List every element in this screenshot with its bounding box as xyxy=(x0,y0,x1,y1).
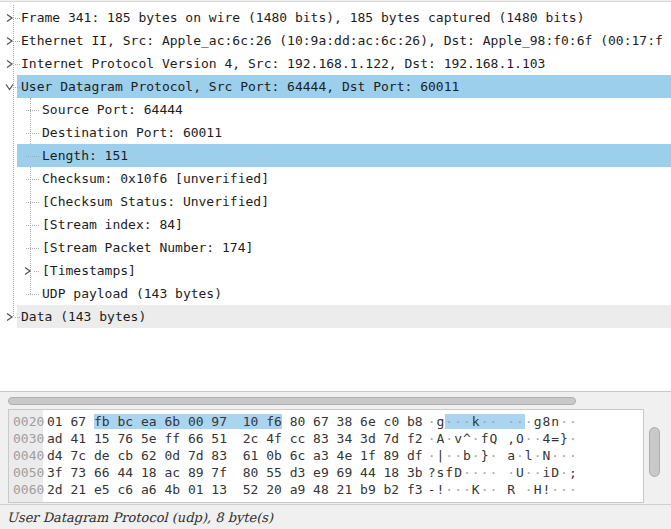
hex-row[interactable]: 0050 3f 73 66 44 18 ac 89 7f 80 55 d3 e9… xyxy=(9,464,643,481)
hex-bytes[interactable]: d4 7c de cb 62 0d 7d 83 61 0b 6c a3 4e 1… xyxy=(47,448,423,463)
tree-row-checksum[interactable]: Checksum: 0x10f6 [unverified] xyxy=(0,167,671,190)
hex-offset: 0040 xyxy=(9,448,47,463)
tree-row-label: [Timestamps] xyxy=(42,263,136,278)
hex-bytes-pre: 01 67 xyxy=(47,414,94,429)
ascii-pre: ?sfD···· ·U··iD·; xyxy=(428,465,578,480)
hex-bytes[interactable]: 01 67 fb bc ea 6b 00 97 10 f6 80 67 38 6… xyxy=(47,414,423,429)
hex-dump-pane: 0020 01 67 fb bc ea 6b 00 97 10 f6 80 67… xyxy=(8,409,644,503)
tree-row-timestamps[interactable]: [Timestamps] xyxy=(0,259,671,282)
tree-row-stream-packet-number[interactable]: [Stream Packet Number: 174] xyxy=(0,236,671,259)
tree-row-label: [Stream Packet Number: 174] xyxy=(42,240,253,255)
ascii-pre: ·g xyxy=(428,414,446,429)
hex-ascii[interactable]: ·A·v^·fQ ,O··4=}· xyxy=(428,431,578,446)
hex-bytes-pre: 3f 73 66 44 18 ac 89 7f 80 55 d3 e9 69 4… xyxy=(47,465,423,480)
tree-row-label: Internet Protocol Version 4, Src: 192.16… xyxy=(21,56,545,71)
hex-ascii[interactable]: ·|··b·}· a·l·N··· xyxy=(428,448,578,463)
tree-row-label: Source Port: 64444 xyxy=(42,102,183,117)
tree-row-ip[interactable]: Internet Protocol Version 4, Src: 192.16… xyxy=(0,52,671,75)
hex-offset: 0020 xyxy=(9,414,47,429)
hex-bytes[interactable]: 3f 73 66 44 18 ac 89 7f 80 55 d3 e9 69 4… xyxy=(47,465,423,480)
tree-row-label: Frame 341: 185 bytes on wire (1480 bits)… xyxy=(21,10,585,25)
tree-row-src-port[interactable]: Source Port: 64444 xyxy=(0,98,671,121)
tree-row-label: Destination Port: 60011 xyxy=(42,125,222,140)
tree-row-label: [Checksum Status: Unverified] xyxy=(42,194,269,209)
ascii-selected: ···k·· ·· xyxy=(445,414,524,429)
tree-row-frame[interactable]: Frame 341: 185 bytes on wire (1480 bits)… xyxy=(0,6,671,29)
hex-row[interactable]: 0060 2d 21 e5 c6 a6 4b 01 13 52 20 a9 48… xyxy=(9,481,643,498)
horizontal-scrollbar-thumb[interactable] xyxy=(8,397,576,405)
ascii-pre: ·A·v^·fQ ,O··4=}· xyxy=(428,431,578,446)
chevron-right-icon[interactable] xyxy=(22,265,33,276)
hex-rows: 0020 01 67 fb bc ea 6b 00 97 10 f6 80 67… xyxy=(9,410,643,498)
hex-bytes-post: 80 67 38 6e c0 b8 xyxy=(282,414,423,429)
tree-row-label: [Stream index: 84] xyxy=(42,217,183,232)
ascii-pre: -!···K·· R ·H!··· xyxy=(428,482,578,497)
tree-row-label: Checksum: 0x10f6 [unverified] xyxy=(42,171,269,186)
tree-row-label: Ethernet II, Src: Apple_ac:6c:26 (10:9a:… xyxy=(21,33,663,48)
hex-offset: 0050 xyxy=(9,465,47,480)
tree-row-label: User Datagram Protocol, Src Port: 64444,… xyxy=(21,79,459,94)
hex-bytes[interactable]: 2d 21 e5 c6 a6 4b 01 13 52 20 a9 48 21 b… xyxy=(47,482,423,497)
hex-bytes-pre: ad 41 15 76 5e ff 66 51 2c 4f cc 83 34 3… xyxy=(47,431,423,446)
packet-details-pane: Frame 341: 185 bytes on wire (1480 bits)… xyxy=(0,1,671,392)
status-bar: User Datagram Protocol (udp), 8 byte(s) xyxy=(0,504,671,529)
hex-ascii[interactable]: ?sfD···· ·U··iD·; xyxy=(428,465,578,480)
hex-offset: 0060 xyxy=(9,482,47,497)
chevron-right-icon[interactable] xyxy=(4,35,15,46)
hex-bytes-pre: d4 7c de cb 62 0d 7d 83 61 0b 6c a3 4e 1… xyxy=(47,448,423,463)
hex-bytes-pre: 2d 21 e5 c6 a6 4b 01 13 52 20 a9 48 21 b… xyxy=(47,482,423,497)
tree-row-stream-index[interactable]: [Stream index: 84] xyxy=(0,213,671,236)
tree-row-udp-payload[interactable]: UDP payload (143 bytes) xyxy=(0,282,671,305)
tree-row-label: Data (143 bytes) xyxy=(21,309,146,324)
ascii-pre: ·|··b·}· a·l·N··· xyxy=(428,448,578,463)
tree-row-dst-port[interactable]: Destination Port: 60011 xyxy=(0,121,671,144)
tree-row-checksum-status[interactable]: [Checksum Status: Unverified] xyxy=(0,190,671,213)
tree-row-data[interactable]: Data (143 bytes) xyxy=(0,305,671,328)
tree-row-label: Length: 151 xyxy=(42,148,128,163)
hex-row[interactable]: 0020 01 67 fb bc ea 6b 00 97 10 f6 80 67… xyxy=(9,413,643,430)
status-bar-field-info: User Datagram Protocol (udp), 8 byte(s) xyxy=(7,510,273,525)
tree-row-label: UDP payload (143 bytes) xyxy=(42,286,222,301)
hex-ascii[interactable]: -!···K·· R ·H!··· xyxy=(428,482,578,497)
chevron-down-icon[interactable] xyxy=(4,81,15,92)
hex-ascii[interactable]: ·g···k·· ···g8n·· xyxy=(428,414,578,429)
ascii-post: ·g8n·· xyxy=(525,414,578,429)
hex-bytes[interactable]: ad 41 15 76 5e ff 66 51 2c 4f cc 83 34 3… xyxy=(47,431,423,446)
chevron-right-icon[interactable] xyxy=(4,311,15,322)
hex-row[interactable]: 0030 ad 41 15 76 5e ff 66 51 2c 4f cc 83… xyxy=(9,430,643,447)
vertical-scrollbar-thumb[interactable] xyxy=(649,427,660,477)
tree-rows: Frame 341: 185 bytes on wire (1480 bits)… xyxy=(0,6,671,328)
chevron-right-icon[interactable] xyxy=(4,12,15,23)
hex-offset: 0030 xyxy=(9,431,47,446)
hex-bytes-selected: fb bc ea 6b 00 97 10 f6 xyxy=(94,414,282,429)
tree-row-ethernet[interactable]: Ethernet II, Src: Apple_ac:6c:26 (10:9a:… xyxy=(0,29,671,52)
chevron-right-icon[interactable] xyxy=(4,58,15,69)
tree-row-udp[interactable]: User Datagram Protocol, Src Port: 64444,… xyxy=(0,75,671,98)
hex-row[interactable]: 0040 d4 7c de cb 62 0d 7d 83 61 0b 6c a3… xyxy=(9,447,643,464)
tree-row-length[interactable]: Length: 151 xyxy=(0,144,671,167)
